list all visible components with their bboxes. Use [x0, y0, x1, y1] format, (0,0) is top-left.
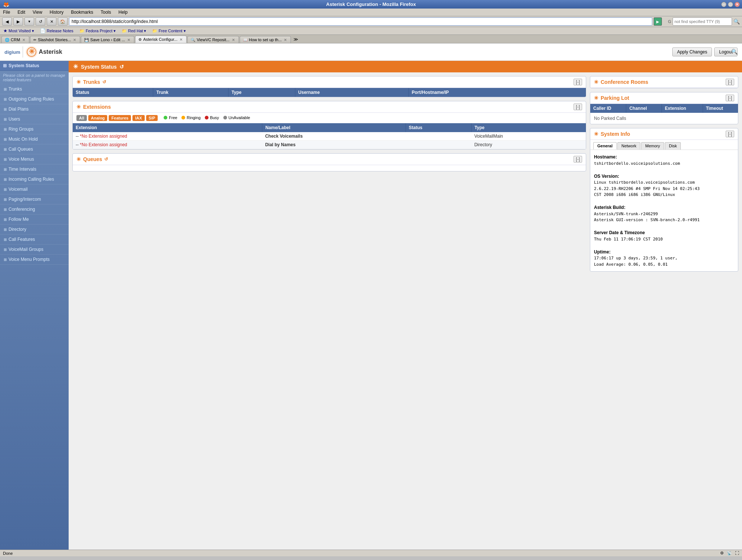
trunks-refresh-icon[interactable]: ↺: [102, 79, 106, 85]
sidebar-item-voicemail-groups[interactable]: ⊞ VoiceMail Groups: [0, 245, 69, 255]
sidebar-item-conferencing[interactable]: ⊞ Conferencing: [0, 204, 69, 214]
tab-asterisk-config[interactable]: ⚙ Asterisk Configur... ✕: [135, 36, 187, 43]
tab-how-to[interactable]: 📖 How to set up th... ✕: [240, 36, 291, 43]
search-input[interactable]: [673, 17, 732, 26]
sysinfo-tab-network[interactable]: Network: [617, 142, 640, 150]
directory-icon: ⊞: [4, 227, 7, 232]
tab-viewvc[interactable]: 🔍 ViewVC Reposit... ✕: [187, 36, 239, 43]
sidebar-item-trunks[interactable]: ⊞ Trunks: [0, 84, 69, 94]
menu-bookmarks[interactable]: Bookmarks: [69, 9, 95, 15]
sidebar-description: Please click on a panel to manage relate…: [0, 71, 69, 84]
conference-rooms-title: ✳ Conference Rooms: [594, 79, 648, 85]
filter-iax-btn[interactable]: IAX: [132, 115, 144, 121]
extensions-collapse-btn[interactable]: [-]: [574, 104, 582, 110]
tab-crm[interactable]: 🌐 CRM ✕: [1, 36, 29, 43]
hostname-section: Hostname: tshirtbordello.voiceipsolution…: [594, 154, 734, 167]
sysinfo-tab-general[interactable]: General: [593, 142, 617, 150]
sidebar-item-time-intervals[interactable]: ⊞ Time Intervals: [0, 164, 69, 174]
stop-button[interactable]: ✕: [47, 17, 56, 26]
filter-sip-btn[interactable]: SIP: [146, 115, 158, 121]
maximize-btn[interactable]: □: [728, 2, 733, 7]
tab-slashdot[interactable]: ✏ Slashdot Stories... ✕: [30, 36, 80, 43]
grid-icon: ⊞: [3, 63, 7, 68]
window-controls[interactable]: ─ □ ✕: [721, 2, 740, 7]
parking-lot-collapse-btn[interactable]: [-]: [726, 95, 734, 101]
sidebar-item-outgoing-calling-rules[interactable]: ⊞ Outgoing Calling Rules: [0, 94, 69, 104]
menu-history[interactable]: History: [48, 9, 65, 15]
filter-analog-btn[interactable]: Analog: [88, 115, 107, 121]
forward-button[interactable]: ▶: [13, 17, 23, 26]
bookmark-most-visited[interactable]: ★ Most Visited ▾: [2, 28, 35, 34]
apply-changes-button[interactable]: Apply Changes: [672, 48, 712, 56]
filter-all-btn[interactable]: All: [76, 115, 87, 121]
go-button[interactable]: ▶: [654, 17, 662, 26]
tab-save-lono-close[interactable]: ✕: [127, 38, 131, 42]
outgoing-calling-icon: ⊞: [4, 97, 7, 101]
sidebar-item-music-on-hold[interactable]: ⊞ Music On Hold: [0, 134, 69, 144]
sidebar-item-directory[interactable]: ⊞ Directory: [0, 225, 69, 235]
content-area: ✳ System Status ↺ ✳ Trunks ↺: [69, 61, 742, 550]
fullscreen-icon[interactable]: ⛶: [735, 551, 739, 556]
voice-menu-prompts-icon: ⊞: [4, 258, 7, 262]
queues-content: [73, 165, 586, 171]
home-button[interactable]: 🏠: [58, 17, 68, 26]
close-btn[interactable]: ✕: [735, 2, 740, 7]
parking-lot-panel: ✳ Parking Lot [-] Caller ID Channel Exte…: [590, 92, 738, 124]
call-queues-icon: ⊞: [4, 147, 7, 151]
sidebar-item-voicemail[interactable]: ⊞ Voicemail: [0, 184, 69, 194]
bookmark-free-content[interactable]: 📁 Free Content ▾: [151, 28, 187, 34]
filter-features-btn[interactable]: Features: [109, 115, 131, 121]
status-bar: Done ⚙ 📡 ⛶: [0, 550, 742, 556]
tab-slashdot-close[interactable]: ✕: [72, 38, 77, 42]
tab-asterisk-close[interactable]: ✕: [179, 37, 183, 42]
ext-row1-status: [406, 132, 471, 141]
address-bar[interactable]: [69, 17, 652, 26]
sidebar-item-follow-me[interactable]: ⊞ Follow Me: [0, 214, 69, 225]
menu-view[interactable]: View: [31, 9, 44, 15]
sidebar-item-call-features[interactable]: ⊞ Call Features: [0, 235, 69, 245]
sidebar-item-users[interactable]: ⊞ Users: [0, 114, 69, 124]
sysinfo-tab-disk[interactable]: Disk: [665, 142, 681, 150]
date-section: Server Date & Timezone Thu Feb 11 17:06:…: [594, 229, 734, 242]
conference-rooms-collapse-btn[interactable]: [-]: [726, 79, 734, 85]
refresh-icon[interactable]: ↺: [119, 64, 124, 70]
sidebar-item-paging-intercom[interactable]: ⊞ Paging/Intercom: [0, 194, 69, 204]
follow-me-icon: ⊞: [4, 217, 7, 222]
queues-collapse-btn[interactable]: [-]: [574, 156, 582, 163]
sysinfo-tab-memory[interactable]: Memory: [641, 142, 664, 150]
search-icon[interactable]: 🔍: [733, 19, 740, 24]
menu-help[interactable]: Help: [117, 9, 129, 15]
conference-rooms-title-row: ✳ Conference Rooms [-]: [590, 76, 738, 88]
bookmark-fedora[interactable]: 📁 Fedora Project ▾: [78, 28, 117, 34]
tab-save-lono[interactable]: 💾 Save Lono › Edit ... ✕: [81, 36, 134, 43]
menu-edit[interactable]: Edit: [16, 9, 27, 15]
sidebar-item-call-queues[interactable]: ⊞ Call Queues: [0, 144, 69, 154]
sidebar-item-ring-groups[interactable]: ⊞ Ring Groups: [0, 124, 69, 134]
trunks-collapse-btn[interactable]: [-]: [574, 79, 582, 85]
sidebar-item-dial-plans[interactable]: ⊞ Dial Plans: [0, 104, 69, 114]
tab-crm-close[interactable]: ✕: [22, 38, 26, 42]
menu-file[interactable]: File: [1, 9, 12, 15]
menu-tools[interactable]: Tools: [99, 9, 112, 15]
sidebar-item-voice-menu-prompts[interactable]: ⊞ Voice Menu Prompts: [0, 255, 69, 265]
tab-viewvc-close[interactable]: ✕: [231, 38, 236, 42]
table-row: -- *No Extension assigned Check Voicemai…: [73, 132, 586, 141]
system-info-collapse-btn[interactable]: [-]: [726, 131, 734, 137]
bookmark-red-hat[interactable]: 📁 Red Hat ▾: [121, 28, 147, 34]
sidebar-item-incoming-calling-rules[interactable]: ⊞ Incoming Calling Rules: [0, 174, 69, 184]
tabs-overflow-btn[interactable]: ≫: [292, 36, 300, 43]
ringing-indicator: Ringing: [181, 115, 200, 120]
voice-menus-icon: ⊞: [4, 157, 7, 161]
tab-how-to-close[interactable]: ✕: [283, 38, 288, 42]
back-button[interactable]: ◀: [2, 17, 12, 26]
settings-icon[interactable]: ⚙: [720, 551, 724, 556]
queues-star-icon: ✳: [76, 156, 81, 162]
ext-col-type: Type: [471, 123, 585, 132]
sidebar-item-voice-menus[interactable]: ⊞ Voice Menus: [0, 154, 69, 164]
reload-button[interactable]: ↺: [36, 17, 45, 26]
status-text: Done: [3, 551, 13, 556]
bookmark-release-notes[interactable]: 📄 Release Notes: [39, 28, 75, 34]
dropdown-btn[interactable]: ▼: [24, 17, 34, 26]
queues-refresh-icon[interactable]: ↺: [104, 157, 108, 162]
minimize-btn[interactable]: ─: [721, 2, 726, 7]
